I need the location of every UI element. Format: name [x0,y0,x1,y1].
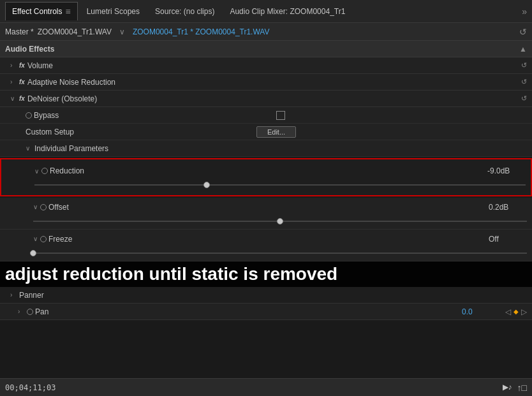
master-label: Master * [5,27,34,36]
freeze-slider-thumb[interactable] [30,250,36,256]
tab-lumetri-scopes[interactable]: Lumetri Scopes [80,3,146,20]
master-reset-icon[interactable]: ↺ [519,27,527,37]
tab-source[interactable]: Source: (no clips) [149,3,221,20]
pan-stopwatch-icon[interactable] [27,309,33,315]
offset-param-value: 0.2dB [489,203,527,212]
tab-audio-clip-mixer-label: Audio Clip Mixer: ZOOM0004_Tr1 [230,7,345,16]
bottom-icons: ▶♪ ↑□ [503,383,527,393]
pan-expand-arrow[interactable]: › [18,308,24,315]
reduction-param-value: -9.0dB [487,166,526,175]
custom-setup-param-name: Custom Setup [26,128,256,136]
individual-parameters-name: Individual Parameters [34,144,527,153]
tab-effect-controls[interactable]: Effect Controls ≡ [5,2,78,20]
offset-param-name: Offset [48,203,489,212]
pan-keyframe-diamond[interactable]: ◆ [514,308,519,315]
freeze-param-inner: ∨ Freeze Off [33,232,527,246]
bottom-bar: 00;04;11;03 ▶♪ ↑□ [0,378,532,396]
master-clip: ZOOM0004_Tr1.WAV [38,27,112,36]
pan-value: 0.0 [462,307,500,316]
scroll-up-button[interactable]: ▲ [519,45,527,54]
individual-params-expand-arrow[interactable]: ∨ [26,145,32,152]
denoiser-effect-name: DeNoiser (Obsolete) [27,94,521,103]
offset-param-inner: ∨ Offset 0.2dB [33,200,527,214]
timecode: 00;04;11;03 [5,383,55,392]
denoiser-fx-badge: fx [19,95,25,102]
tab-source-label: Source: (no clips) [155,7,214,16]
tab-effect-controls-label: Effect Controls [12,7,62,16]
offset-slider-thumb[interactable] [277,218,283,224]
pan-label: Pan [35,307,462,316]
reduction-stopwatch-icon[interactable] [41,168,48,174]
panner-label: Panner [19,291,527,300]
freeze-param-row: ∨ Freeze Off [0,230,532,261]
audio-effects-title: Audio Effects [5,45,54,54]
reduction-param-row: ∨ Reduction -9.0dB [0,158,532,196]
individual-parameters-group-row[interactable]: ∨ Individual Parameters [0,140,532,157]
offset-param-row: ∨ Offset 0.2dB [0,198,532,230]
custom-setup-param-row: Custom Setup Edit... [0,124,532,140]
volume-fx-badge: fx [19,62,25,69]
annotation-text: adjust reduction until static is removed [5,264,337,284]
clip-link[interactable]: ZOOM0004_Tr1 * ZOOM0004_Tr1.WAV [133,27,270,36]
master-dropdown-icon[interactable]: ∨ [119,27,125,36]
annotation-overlay: adjust reduction until static is removed [0,261,532,287]
panner-row[interactable]: › Panner [0,287,532,304]
pan-nav-left[interactable]: ◁ [505,307,511,316]
offset-stopwatch-icon[interactable] [40,204,47,210]
freeze-slider-track [33,253,527,254]
adaptive-reset-btn[interactable]: ↺ [521,78,527,86]
bypass-checkbox[interactable] [276,111,285,120]
reduction-param-inner: ∨ Reduction -9.0dB [34,164,526,178]
adaptive-fx-badge: fx [19,78,25,85]
bypass-stopwatch-icon[interactable] [26,112,32,119]
volume-reset-btn[interactable]: ↺ [521,61,527,70]
pan-nav-right[interactable]: ▷ [521,307,527,316]
tab-expand-button[interactable]: » [522,6,527,17]
export-icon[interactable]: ↑□ [517,383,527,393]
tab-menu-icon[interactable]: ≡ [65,6,70,17]
play-to-music-icon[interactable]: ▶♪ [503,383,512,393]
pan-param-row: › Pan 0.0 ◁ ◆ ▷ [0,304,532,320]
reduction-slider-track [34,184,526,186]
freeze-expand-icon[interactable]: ∨ [33,235,38,242]
tab-audio-clip-mixer[interactable]: Audio Clip Mixer: ZOOM0004_Tr1 [223,3,351,20]
adaptive-noise-reduction-effect-row[interactable]: › fx Adaptive Noise Reduction ↺ [0,74,532,91]
freeze-slider-container [33,247,527,259]
denoiser-reset-btn[interactable]: ↺ [521,94,527,103]
bypass-param-row: Bypass [0,107,532,124]
reduction-expand-icon[interactable]: ∨ [34,168,39,175]
denoiser-effect-row[interactable]: ∨ fx DeNoiser (Obsolete) ↺ [0,91,532,107]
freeze-stopwatch-icon[interactable] [40,236,47,242]
bypass-param-name: Bypass [34,111,276,120]
panner-expand-arrow[interactable]: › [10,291,17,298]
audio-effects-section-header: Audio Effects ▲ [0,41,532,57]
adaptive-expand-arrow[interactable]: › [10,78,17,85]
offset-expand-icon[interactable]: ∨ [33,203,38,210]
denoiser-expand-arrow[interactable]: ∨ [10,95,17,102]
volume-effect-row[interactable]: › fx Volume ↺ [0,57,532,74]
adaptive-effect-name: Adaptive Noise Reduction [27,78,521,87]
edit-button[interactable]: Edit... [256,126,296,138]
volume-effect-name: Volume [27,61,521,70]
offset-slider-container [33,216,527,227]
master-row: Master * ZOOM0004_Tr1.WAV ∨ ZOOM0004_Tr1… [0,23,532,41]
tab-lumetri-scopes-label: Lumetri Scopes [87,7,140,16]
freeze-param-value: Off [489,235,527,244]
reduction-slider-container [34,179,526,191]
tab-bar: Effect Controls ≡ Lumetri Scopes Source:… [0,0,532,23]
reduction-param-name: Reduction [50,166,487,175]
volume-expand-arrow[interactable]: › [10,62,17,69]
reduction-slider-thumb[interactable] [203,182,210,188]
freeze-param-name: Freeze [48,235,489,244]
main-content: Master * ZOOM0004_Tr1.WAV ∨ ZOOM0004_Tr1… [0,23,532,396]
